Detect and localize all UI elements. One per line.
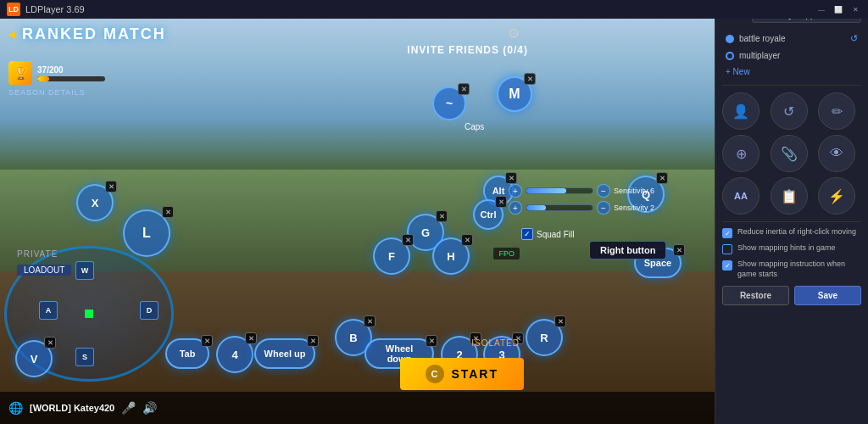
- tool-lightning-icon[interactable]: ⚡: [818, 177, 855, 215]
- close-button[interactable]: ✕: [849, 3, 861, 15]
- sens2-minus-btn[interactable]: −: [597, 201, 610, 215]
- private-label: PRIVATE: [17, 249, 58, 259]
- l-key-button[interactable]: L ✕: [123, 209, 170, 257]
- w-key-button[interactable]: W: [75, 261, 94, 280]
- squad-fill-checkbox[interactable]: ✓: [521, 228, 533, 240]
- sens2-bar[interactable]: [526, 204, 593, 211]
- tab-key-button[interactable]: Tab ✕: [165, 338, 209, 369]
- xp-bar: [37, 76, 105, 81]
- caps-label: Caps: [465, 122, 484, 131]
- a-key-button[interactable]: A: [39, 301, 58, 320]
- maximize-button[interactable]: ⬜: [832, 3, 844, 15]
- q-key-close[interactable]: ✕: [656, 172, 668, 184]
- h-key-button[interactable]: H ✕: [432, 237, 470, 275]
- profile-name-battle-royale: battle royale: [739, 34, 785, 43]
- l-key-close[interactable]: ✕: [162, 206, 174, 218]
- h-key-close[interactable]: ✕: [461, 234, 473, 246]
- show-hints-checkbox[interactable]: [722, 244, 732, 254]
- speaker-icon[interactable]: 🔊: [142, 401, 157, 415]
- ctrl-key-button[interactable]: Ctrl ✕: [473, 199, 504, 230]
- settings-gear-icon[interactable]: ⚙: [508, 25, 520, 42]
- sens6-plus-btn[interactable]: +: [509, 184, 522, 198]
- x-key-button[interactable]: X ✕: [76, 184, 114, 221]
- sensitivity-area: + − Sensitivity 6 + − Sensitivity 2: [509, 184, 654, 218]
- tool-edit-icon[interactable]: ✏: [818, 92, 855, 130]
- profile-option-battle-royale[interactable]: battle royale ↺: [722, 30, 861, 47]
- alt-key-close[interactable]: ✕: [505, 172, 517, 184]
- tool-eye-icon[interactable]: 👁: [818, 135, 855, 172]
- x-key-close[interactable]: ✕: [105, 181, 117, 192]
- right-panel: Name: battle royale(*) ▼ battle royale ↺…: [715, 0, 868, 424]
- isolated-badge: ISOLATED: [471, 338, 520, 348]
- back-arrow[interactable]: ◀: [8, 30, 15, 39]
- b-key-close[interactable]: ✕: [364, 315, 376, 327]
- g-key-close[interactable]: ✕: [436, 210, 448, 222]
- d-key-button[interactable]: D: [140, 301, 159, 320]
- panel-btn-row: Restore Save: [722, 286, 861, 305]
- start-button[interactable]: C START: [400, 358, 524, 390]
- tilde-key-close[interactable]: ✕: [458, 83, 470, 95]
- tilde-key-button[interactable]: ~ ✕: [432, 86, 466, 120]
- tool-clip-icon[interactable]: 📎: [771, 135, 808, 172]
- right-button-tooltip: Right button: [589, 241, 666, 259]
- ctrl-key-close[interactable]: ✕: [495, 196, 507, 208]
- show-hints-label: Show mapping hints in game: [737, 243, 836, 254]
- v-key-close[interactable]: ✕: [44, 337, 56, 349]
- ranked-title: RANKED MATCH: [22, 25, 166, 43]
- num4-key-button[interactable]: 4 ✕: [216, 336, 253, 373]
- profile-name-multiplayer: multiplayer: [739, 51, 780, 60]
- sens2-plus-btn[interactable]: +: [509, 201, 522, 215]
- r-key-close[interactable]: ✕: [554, 315, 566, 327]
- sens6-label: Sensitivity 6: [614, 187, 654, 195]
- restore-button[interactable]: Restore: [722, 286, 789, 305]
- bottom-bar: 🌐 [WORLD] Katey420 🎤 🔊: [0, 392, 715, 424]
- tool-aa-icon[interactable]: AA: [722, 177, 760, 215]
- app-icon: LD: [7, 3, 20, 16]
- season-details: SEASON DETAILS: [8, 88, 86, 97]
- reduce-inertia-checkbox[interactable]: ✓: [722, 228, 732, 238]
- wheeldown-key-close[interactable]: ✕: [426, 335, 437, 347]
- game-area: ◀ RANKED MATCH 🏆 37/200 SEASON DETAILS I…: [0, 0, 715, 424]
- wheelup-key-close[interactable]: ✕: [307, 335, 319, 347]
- v-key-button[interactable]: V ✕: [15, 340, 53, 377]
- s-key-button[interactable]: S: [75, 348, 94, 366]
- profile-refresh-icon[interactable]: ↺: [850, 33, 858, 44]
- world-icon: 🌐: [8, 401, 23, 415]
- fps-indicator: FPO: [493, 248, 520, 259]
- sensitivity-2-row: + − Sensitivity 2: [509, 201, 654, 215]
- reduce-inertia-label: Reduce inertia of right-click moving: [737, 227, 856, 237]
- profile-radio-multiplayer: [726, 52, 734, 60]
- xp-text: 37/200: [37, 65, 105, 75]
- tool-refresh-icon[interactable]: ↺: [771, 92, 808, 130]
- title-controls: — ⬜ ✕: [815, 3, 861, 15]
- space-key-close[interactable]: ✕: [673, 244, 685, 256]
- tool-clipboard-icon[interactable]: 📋: [771, 177, 808, 215]
- tool-crosshair-icon[interactable]: ⊕: [722, 135, 760, 172]
- sens6-minus-btn[interactable]: −: [597, 184, 610, 198]
- new-profile-button[interactable]: + New: [722, 64, 861, 80]
- f-key-close[interactable]: ✕: [402, 234, 414, 246]
- m-key-button[interactable]: M ✕: [497, 76, 532, 112]
- wheelup-key-button[interactable]: Wheel up ✕: [254, 338, 315, 369]
- minimize-button[interactable]: —: [815, 3, 827, 15]
- start-label: START: [451, 367, 498, 381]
- m-key-close[interactable]: ✕: [524, 73, 536, 85]
- loadout-label: LOADOUT: [17, 265, 71, 276]
- tab-key-close[interactable]: ✕: [201, 335, 213, 347]
- tool-person-icon[interactable]: 👤: [722, 92, 760, 130]
- num4-key-close[interactable]: ✕: [245, 332, 257, 344]
- profile-option-multiplayer[interactable]: multiplayer: [722, 47, 861, 64]
- profile-radio-battle-royale: [726, 35, 734, 43]
- mic-icon[interactable]: 🎤: [121, 401, 136, 415]
- title-bar: LD LDPlayer 3.69 — ⬜ ✕: [0, 0, 868, 19]
- r-key-button[interactable]: R ✕: [526, 319, 563, 356]
- invite-friends: INVITE FRIENDS (0/4): [407, 44, 528, 56]
- sens2-label: Sensitivity 2: [614, 204, 654, 212]
- show-instruction-checkbox[interactable]: ✓: [722, 260, 732, 271]
- save-button[interactable]: Save: [794, 286, 861, 305]
- player-name: [WORLD] Katey420: [30, 403, 114, 413]
- checkbox-show-hints: Show mapping hints in game: [722, 243, 861, 254]
- f-key-button[interactable]: F ✕: [373, 237, 410, 275]
- checkbox-reduce-inertia: ✓ Reduce inertia of right-click moving: [722, 227, 861, 238]
- sens6-bar[interactable]: [526, 187, 593, 194]
